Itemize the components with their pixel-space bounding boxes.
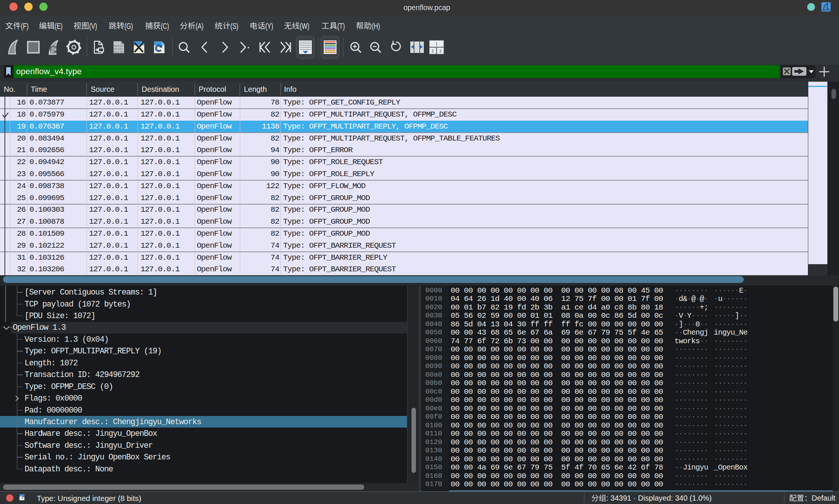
svg-text:01110: 01110 [114, 50, 123, 54]
